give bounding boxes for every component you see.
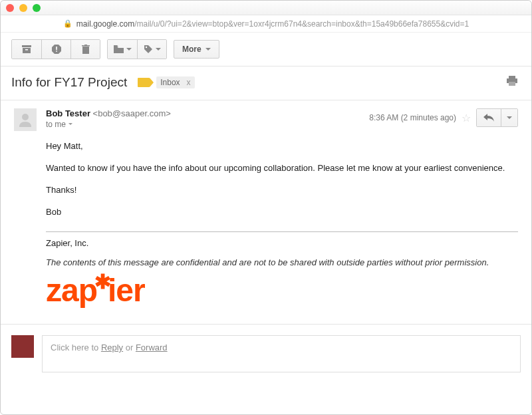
window-max-dot[interactable]	[33, 4, 41, 12]
folder-icon	[114, 45, 124, 53]
svg-rect-6	[82, 47, 89, 54]
body-greeting: Hey Matt,	[46, 140, 518, 153]
zapier-logo: zap✱ier	[46, 275, 518, 307]
reply-link[interactable]: Reply	[101, 343, 123, 352]
sender-avatar[interactable]	[14, 108, 37, 131]
svg-rect-0	[22, 45, 31, 47]
more-button[interactable]: More	[174, 40, 219, 59]
archive-button[interactable]	[12, 40, 41, 59]
reply-box[interactable]: Click here to Reply or Forward	[42, 335, 521, 372]
recipient-line[interactable]: to me	[46, 120, 369, 129]
chevron-down-icon	[126, 48, 132, 51]
chevron-down-icon	[507, 116, 512, 119]
svg-rect-1	[23, 48, 31, 53]
signature-disclaimer: The contents of this message are confide…	[46, 257, 518, 269]
body-paragraph: Wanted to know if you have the info abou…	[46, 162, 518, 175]
my-avatar[interactable]	[11, 335, 34, 358]
reply-prefix: Click here to	[51, 343, 101, 352]
delete-button[interactable]	[70, 40, 100, 59]
remove-label-icon[interactable]: x	[187, 78, 191, 87]
toolbar-group-actions	[11, 39, 100, 59]
recipient-text: to me	[46, 120, 66, 129]
label-icon	[144, 45, 153, 54]
chevron-down-icon	[205, 48, 211, 51]
archive-icon	[22, 45, 31, 53]
window-min-dot[interactable]	[19, 4, 27, 12]
svg-rect-4	[56, 47, 57, 50]
signature-divider	[46, 231, 518, 232]
reply-button-group	[476, 108, 518, 127]
reply-row: Click here to Reply or Forward	[1, 324, 531, 383]
person-icon	[19, 112, 32, 127]
body-thanks: Thanks!	[46, 184, 518, 197]
important-label-icon[interactable]	[138, 78, 150, 87]
print-button[interactable]	[503, 73, 521, 92]
spam-icon	[52, 45, 61, 54]
sender-name: Bob Tester	[46, 108, 90, 118]
details-chevron-icon[interactable]	[68, 123, 72, 127]
url-host: mail.google.com	[76, 19, 134, 29]
window-titlebar	[1, 1, 531, 15]
sender: Bob Tester <bob@saaper.com>	[46, 108, 369, 118]
svg-rect-12	[509, 82, 515, 86]
svg-rect-8	[84, 45, 87, 45]
sender-email: <bob@saaper.com>	[93, 108, 171, 118]
signature-company: Zapier, Inc.	[46, 237, 518, 250]
svg-rect-7	[82, 45, 90, 47]
reply-icon	[483, 114, 494, 122]
trash-icon	[82, 45, 90, 54]
timestamp: 8:36 AM (2 minutes ago)	[369, 113, 456, 122]
svg-point-9	[145, 47, 146, 48]
email-subject: Info for FY17 Project	[11, 75, 127, 90]
toolbar-group-organize	[107, 39, 167, 59]
move-to-button[interactable]	[108, 40, 137, 59]
print-icon	[506, 76, 518, 86]
message-meta: 8:36 AM (2 minutes ago) ☆	[369, 108, 518, 127]
lock-icon: 🔒	[63, 19, 72, 28]
subject-row: Info for FY17 Project Inbox x	[1, 67, 531, 100]
body-signoff: Bob	[46, 206, 518, 219]
reply-more-button[interactable]	[501, 109, 517, 126]
url-path: /mail/u/0/?ui=2&view=btop&ver=1oxr4jcrm6…	[134, 19, 469, 29]
message-container: Bob Tester <bob@saaper.com> to me 8:36 A…	[1, 100, 531, 307]
window-close-dot[interactable]	[6, 4, 14, 12]
inbox-chip[interactable]: Inbox x	[156, 76, 194, 88]
svg-rect-5	[56, 51, 57, 52]
svg-point-13	[22, 114, 29, 120]
toolbar: More	[1, 33, 531, 67]
chevron-down-icon	[156, 48, 161, 51]
star-button[interactable]: ☆	[462, 112, 471, 124]
svg-rect-10	[509, 76, 515, 78]
labels-button[interactable]	[137, 40, 166, 59]
more-label: More	[182, 45, 201, 54]
message-header: Bob Tester <bob@saaper.com> to me 8:36 A…	[14, 108, 518, 131]
inbox-chip-label: Inbox	[160, 78, 180, 87]
spam-button[interactable]	[41, 40, 70, 59]
svg-rect-2	[25, 49, 28, 51]
asterisk-icon: ✱	[94, 272, 110, 292]
reply-or: or	[123, 343, 136, 352]
forward-link[interactable]: Forward	[136, 343, 168, 352]
message-body: Hey Matt, Wanted to know if you have the…	[46, 140, 518, 307]
reply-button[interactable]	[477, 109, 501, 126]
address-bar[interactable]: 🔒 mail.google.com/mail/u/0/?ui=2&view=bt…	[1, 15, 531, 33]
from-line: Bob Tester <bob@saaper.com> to me	[46, 108, 369, 129]
